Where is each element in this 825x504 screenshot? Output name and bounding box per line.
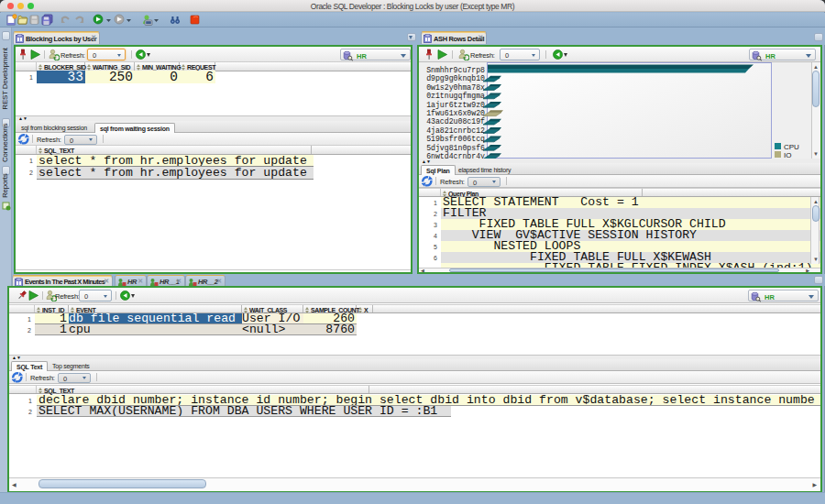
- svg-text:CPU: CPU: [784, 143, 799, 151]
- svg-text:6nwtd4crnbr4y: 6nwtd4crnbr4y: [426, 152, 485, 159]
- svg-text:43acd2u08c19f: 43acd2u08c19f: [426, 117, 485, 126]
- svg-text:0w1s2y0hma78x: 0w1s2y0hma78x: [426, 83, 485, 92]
- svg-text:1fwu61x6x0w20: 1fwu61x6x0w20: [426, 109, 485, 117]
- svg-text:d9pg9g0knqb10: d9pg9g0knqb10: [426, 74, 485, 82]
- svg-text:IO: IO: [784, 151, 791, 159]
- svg-text:4ja821cnrbc12: 4ja821cnrbc12: [426, 126, 485, 135]
- svg-text:Snmhhr9cu7rp8: Snmhhr9cu7rp8: [426, 66, 485, 74]
- svg-text:0z1tnugqfmgma: 0z1tnugqfmgma: [426, 92, 485, 100]
- svg-text:519bsfr006tcq: 519bsfr006tcq: [426, 135, 485, 143]
- svg-text:5djvg81n0psf6: 5djvg81n0psf6: [426, 144, 485, 152]
- svg-text:1ajur6tztw9z0: 1ajur6tztw9z0: [426, 101, 485, 109]
